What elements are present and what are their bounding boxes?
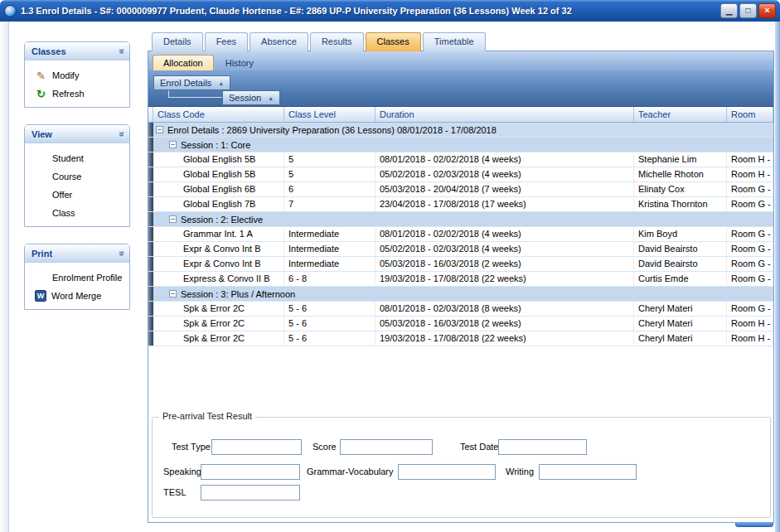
- collapse-box-icon[interactable]: −: [169, 215, 177, 223]
- sidebar-panel-print: Print « Enrolment Profile W Word Merge: [24, 244, 130, 310]
- cell-class-level: Intermediate: [284, 257, 375, 271]
- sidebar-item-modify[interactable]: ✎ Modify: [25, 66, 129, 85]
- session-group-row[interactable]: − Session : 3: Plus / Afternoon: [148, 287, 773, 302]
- sort-asc-icon: ▲: [218, 80, 224, 86]
- collapse-box-icon[interactable]: −: [156, 126, 163, 133]
- test-date-input[interactable]: [498, 439, 587, 455]
- edit-icon: ✎: [35, 70, 47, 82]
- cell-class-level: 6: [284, 182, 375, 196]
- column-header-duration[interactable]: Duration: [375, 107, 634, 122]
- panel-header-classes[interactable]: Classes «: [25, 42, 129, 60]
- group-row-label: Session : 3: Plus / Afternoon: [181, 289, 295, 299]
- table-row[interactable]: Expr & Convo Int B Intermediate 05/02/20…: [148, 242, 773, 257]
- table-row[interactable]: Global English 5B 5 08/01/2018 - 02/02/2…: [148, 152, 773, 167]
- tab-classes[interactable]: Classes: [366, 32, 421, 51]
- sidebar-item-word-merge[interactable]: W Word Merge: [25, 287, 129, 305]
- table-row[interactable]: Global English 6B 6 05/03/2018 - 20/04/2…: [148, 182, 773, 197]
- word-icon: W: [35, 290, 46, 302]
- cell-duration: 05/02/2018 - 02/03/2018 (4 weeks): [375, 242, 634, 256]
- cell-class-level: Intermediate: [284, 227, 375, 241]
- cell-class-code: Expr & Convo Int B: [153, 257, 284, 271]
- cell-class-level: 5 - 6: [284, 317, 375, 331]
- collapse-chevron-icon[interactable]: «: [116, 48, 128, 54]
- cell-room: Room G -: [727, 302, 773, 316]
- score-input[interactable]: [340, 439, 433, 455]
- session-group-row[interactable]: − Session : 1: Core: [148, 138, 773, 152]
- sidebar-item-offer[interactable]: Offer: [25, 186, 129, 204]
- tab-results[interactable]: Results: [310, 32, 364, 51]
- sidebar-item-student[interactable]: Student: [25, 149, 129, 167]
- sidebar-item-class[interactable]: Class: [25, 204, 129, 222]
- group-by-panel: Enrol Details ▲ Session ▲: [148, 70, 773, 107]
- table-row[interactable]: Spk & Error 2C 5 - 6 19/03/2018 - 17/08/…: [148, 331, 773, 346]
- title-bar[interactable]: 1.3 Enrol Details - S#: 0000009977 Prude…: [0, 0, 780, 22]
- cell-duration: 23/04/2018 - 17/08/2018 (17 weeks): [375, 197, 634, 211]
- writing-input[interactable]: [539, 464, 637, 480]
- sort-asc-icon: ▲: [268, 95, 274, 101]
- subtab-history[interactable]: History: [216, 56, 264, 70]
- table-row[interactable]: Spk & Error 2C 5 - 6 08/01/2018 - 02/03/…: [148, 302, 773, 317]
- group-field-session[interactable]: Session ▲: [222, 90, 280, 105]
- window-controls: ▁ □ ×: [720, 3, 776, 18]
- tab-fees[interactable]: Fees: [205, 32, 248, 51]
- right-window-border: [775, 22, 780, 532]
- tab-timetable[interactable]: Timetable: [423, 32, 486, 51]
- cell-duration: 05/03/2018 - 20/04/2018 (7 weeks): [375, 182, 634, 196]
- collapse-chevron-icon[interactable]: «: [116, 131, 128, 137]
- tab-strip: Details Fees Absence Results Classes Tim…: [152, 32, 486, 51]
- column-header-class-code[interactable]: Class Code: [153, 107, 284, 122]
- cell-class-level: 5: [284, 152, 375, 167]
- table-row[interactable]: Global English 7B 7 23/04/2018 - 17/08/2…: [148, 197, 773, 212]
- sidebar-item-label: Word Merge: [51, 291, 101, 301]
- cell-teacher: Curtis Emde: [634, 272, 727, 286]
- cell-duration: 19/03/2018 - 17/08/2018 (22 weeks): [375, 331, 634, 346]
- cell-class-code: Grammar Int. 1 A: [153, 227, 284, 241]
- subtab-allocation[interactable]: Allocation: [153, 55, 214, 70]
- group-connector: [168, 90, 222, 98]
- pre-arrival-test-result-group: Pre-arrival Test Result Test Type Score …: [152, 417, 771, 518]
- cell-teacher: Kristina Thornton: [634, 197, 727, 211]
- cell-duration: 05/02/2018 - 02/03/2018 (4 weeks): [375, 167, 634, 181]
- cell-teacher: David Beairsto: [634, 257, 727, 271]
- table-row[interactable]: Express & Convo II B 6 - 8 19/03/2018 - …: [148, 272, 773, 287]
- cell-teacher: Kim Boyd: [634, 227, 727, 241]
- panel-title: Print: [31, 249, 119, 259]
- sidebar-item-enrolment-profile[interactable]: Enrolment Profile: [25, 268, 129, 287]
- tesl-label: TESL: [163, 485, 187, 501]
- close-button[interactable]: ×: [758, 3, 776, 18]
- collapse-box-icon[interactable]: −: [169, 141, 177, 148]
- test-type-input[interactable]: [211, 439, 302, 455]
- sidebar-panel-classes: Classes « ✎ Modify ↻ Refresh: [24, 41, 130, 108]
- tab-absence[interactable]: Absence: [250, 32, 308, 51]
- sidebar-item-label: Offer: [52, 190, 72, 200]
- cell-class-level: 5 - 6: [284, 331, 375, 346]
- tesl-input[interactable]: [201, 485, 300, 501]
- maximize-button[interactable]: □: [739, 3, 757, 18]
- grid-header-row: Class Code Class Level Duration Teacher …: [148, 107, 773, 123]
- group-row-enrol-details[interactable]: − Enrol Details : 2869 University Prepar…: [148, 123, 773, 138]
- cell-class-code: Global English 7B: [153, 197, 284, 211]
- column-header-class-level[interactable]: Class Level: [284, 107, 375, 122]
- sidebar-item-course[interactable]: Course: [25, 167, 129, 186]
- sidebar-item-refresh[interactable]: ↻ Refresh: [25, 85, 129, 103]
- group-row-label: Session : 1: Core: [181, 140, 250, 150]
- left-scrollbar-strip[interactable]: [0, 22, 9, 532]
- panel-header-view[interactable]: View «: [25, 125, 129, 143]
- sidebar-item-label: Refresh: [52, 89, 85, 99]
- table-row[interactable]: Global English 5B 5 05/02/2018 - 02/03/2…: [148, 167, 773, 182]
- column-header-room[interactable]: Room: [727, 107, 773, 122]
- minimize-button[interactable]: ▁: [720, 3, 738, 18]
- table-row[interactable]: Grammar Int. 1 A Intermediate 08/01/2018…: [148, 227, 773, 242]
- collapse-chevron-icon[interactable]: «: [116, 250, 128, 256]
- collapse-box-icon[interactable]: −: [169, 290, 177, 297]
- session-group-row[interactable]: − Session : 2: Elective: [148, 212, 773, 227]
- table-row[interactable]: Spk & Error 2C 5 - 6 05/03/2018 - 16/03/…: [148, 317, 773, 331]
- tab-details[interactable]: Details: [152, 32, 203, 51]
- cell-duration: 08/01/2018 - 02/02/2018 (4 weeks): [375, 227, 634, 241]
- table-row[interactable]: Expr & Convo Int B Intermediate 05/03/20…: [148, 257, 773, 272]
- group-field-enrol-details[interactable]: Enrol Details ▲: [153, 75, 230, 90]
- speaking-input[interactable]: [201, 464, 300, 480]
- panel-header-print[interactable]: Print «: [25, 244, 129, 263]
- column-header-teacher[interactable]: Teacher: [634, 107, 727, 122]
- grammar-vocabulary-input[interactable]: [398, 464, 496, 480]
